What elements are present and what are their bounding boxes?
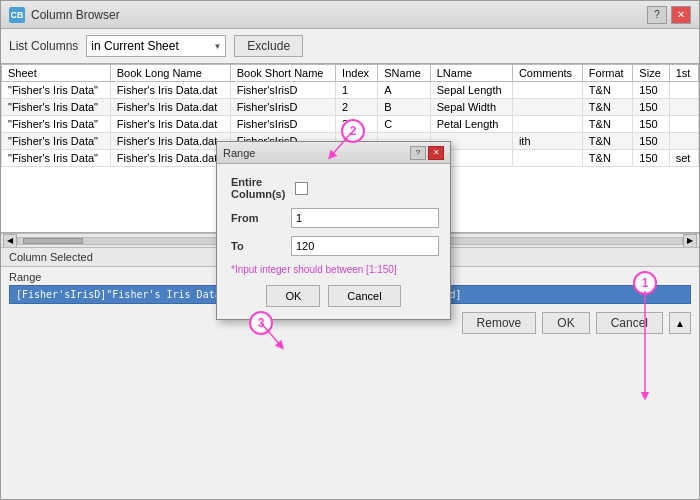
table-cell: 150 xyxy=(633,99,669,116)
window-controls: ? ✕ xyxy=(647,6,691,24)
dialog-help-button[interactable]: ? xyxy=(410,146,426,160)
col-format: Format xyxy=(582,65,633,82)
table-cell: "Fisher's Iris Data" xyxy=(2,150,111,167)
col-sheet: Sheet xyxy=(2,65,111,82)
dialog-body: Entire Column(s) From To *Input integer … xyxy=(217,164,450,319)
dialog-cancel-button[interactable]: Cancel xyxy=(328,285,400,307)
sheet-dropdown[interactable]: in Current Sheet ▼ xyxy=(86,35,226,57)
dropdown-value: in Current Sheet xyxy=(91,39,209,53)
scroll-left-button[interactable]: ◀ xyxy=(3,234,17,248)
list-columns-label: List Columns xyxy=(9,39,78,53)
table-cell: Fisher's Iris Data.dat xyxy=(110,133,230,150)
table-cell: T&N xyxy=(582,133,633,150)
table-cell: Fisher's Iris Data.dat xyxy=(110,82,230,99)
table-cell: Fisher'sIrisD xyxy=(230,99,335,116)
window-title: Column Browser xyxy=(31,8,647,22)
table-cell: Fisher'sIrisD xyxy=(230,82,335,99)
remove-button[interactable]: Remove xyxy=(462,312,537,334)
table-cell: "Fisher's Iris Data" xyxy=(2,82,111,99)
to-label: To xyxy=(231,240,291,252)
table-cell: T&N xyxy=(582,99,633,116)
table-cell xyxy=(669,116,698,133)
from-row: From xyxy=(231,208,436,228)
col-comments: Comments xyxy=(512,65,582,82)
col-lname: LName xyxy=(430,65,512,82)
table-cell: Fisher'sIrisD xyxy=(230,116,335,133)
table-cell: ith xyxy=(512,133,582,150)
up-button[interactable]: ▲ xyxy=(669,312,691,334)
table-cell xyxy=(512,82,582,99)
table-cell: 150 xyxy=(633,116,669,133)
dropdown-arrow-icon: ▼ xyxy=(213,42,221,51)
cancel-button[interactable]: Cancel xyxy=(596,312,663,334)
help-button[interactable]: ? xyxy=(647,6,667,24)
table-cell: T&N xyxy=(582,82,633,99)
col-index: Index xyxy=(336,65,378,82)
col-sname: SName xyxy=(378,65,430,82)
dialog-close-button[interactable]: ✕ xyxy=(428,146,444,160)
exclude-button[interactable]: Exclude xyxy=(234,35,303,57)
column-selected-label: Column Selected xyxy=(9,251,93,263)
table-cell: "Fisher's Iris Data" xyxy=(2,133,111,150)
ok-button[interactable]: OK xyxy=(542,312,589,334)
table-cell xyxy=(669,133,698,150)
window-icon: CB xyxy=(9,7,25,23)
table-cell: Fisher's Iris Data.dat xyxy=(110,116,230,133)
col-size: Size xyxy=(633,65,669,82)
range-dialog: Range ? ✕ Entire Column(s) From To *Inpu… xyxy=(216,141,451,320)
dialog-title: Range xyxy=(223,147,410,159)
col-book-short: Book Short Name xyxy=(230,65,335,82)
dialog-ok-button[interactable]: OK xyxy=(266,285,320,307)
col-1st: 1st xyxy=(669,65,698,82)
annotation-2: 2 xyxy=(341,119,365,143)
entire-columns-label: Entire Column(s) xyxy=(231,176,291,200)
to-input[interactable] xyxy=(291,236,439,256)
table-cell xyxy=(512,150,582,167)
close-button[interactable]: ✕ xyxy=(671,6,691,24)
scroll-thumb[interactable] xyxy=(23,238,83,244)
table-cell: 1 xyxy=(336,82,378,99)
table-cell: set xyxy=(669,150,698,167)
from-label: From xyxy=(231,212,291,224)
table-cell xyxy=(512,116,582,133)
to-row: To xyxy=(231,236,436,256)
table-header-row: Sheet Book Long Name Book Short Name Ind… xyxy=(2,65,699,82)
table-cell: "Fisher's Iris Data" xyxy=(2,116,111,133)
table-cell: T&N xyxy=(582,116,633,133)
annotation-3: 3 xyxy=(249,311,273,335)
dialog-buttons: OK Cancel xyxy=(231,285,436,307)
dialog-controls: ? ✕ xyxy=(410,146,444,160)
entire-columns-row: Entire Column(s) xyxy=(231,176,436,200)
table-cell: B xyxy=(378,99,430,116)
table-cell: 150 xyxy=(633,133,669,150)
from-input[interactable] xyxy=(291,208,439,228)
table-cell: 150 xyxy=(633,82,669,99)
table-cell: Sepal Length xyxy=(430,82,512,99)
annotation-1: 1 xyxy=(633,271,657,295)
table-row[interactable]: "Fisher's Iris Data"Fisher's Iris Data.d… xyxy=(2,82,699,99)
table-cell: 150 xyxy=(633,150,669,167)
dialog-title-bar: Range ? ✕ xyxy=(217,142,450,164)
table-cell: A xyxy=(378,82,430,99)
main-window: CB Column Browser ? ✕ List Columns in Cu… xyxy=(0,0,700,500)
table-cell xyxy=(512,99,582,116)
table-cell: Petal Length xyxy=(430,116,512,133)
table-row[interactable]: "Fisher's Iris Data"Fisher's Iris Data.d… xyxy=(2,99,699,116)
table-cell: Fisher's Iris Data.dat xyxy=(110,150,230,167)
table-cell: Fisher's Iris Data.dat xyxy=(110,99,230,116)
table-cell: 2 xyxy=(336,99,378,116)
entire-columns-checkbox[interactable] xyxy=(295,182,308,195)
table-cell xyxy=(669,82,698,99)
table-cell: C xyxy=(378,116,430,133)
title-bar: CB Column Browser ? ✕ xyxy=(1,1,699,29)
table-cell: "Fisher's Iris Data" xyxy=(2,99,111,116)
scroll-right-button[interactable]: ▶ xyxy=(683,234,697,248)
col-book-long: Book Long Name xyxy=(110,65,230,82)
table-cell: T&N xyxy=(582,150,633,167)
table-cell: Sepal Width xyxy=(430,99,512,116)
table-cell xyxy=(669,99,698,116)
toolbar: List Columns in Current Sheet ▼ Exclude xyxy=(1,29,699,63)
dialog-hint: *Input integer should between [1:150] xyxy=(231,264,436,275)
